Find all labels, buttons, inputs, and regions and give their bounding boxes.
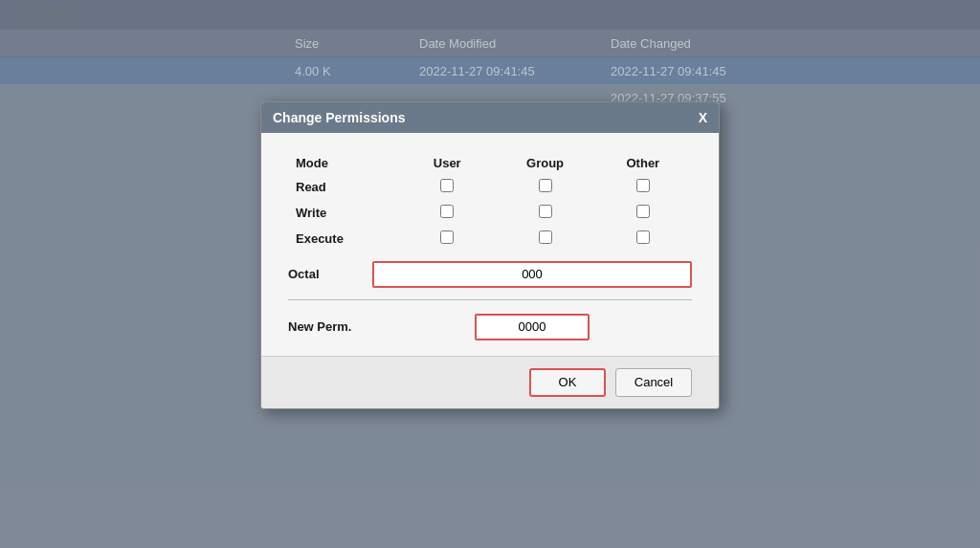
perm-other-execute-checkbox[interactable] [636,230,650,244]
cancel-button[interactable]: Cancel [615,368,692,397]
ok-button[interactable]: OK [529,368,606,397]
perm-other-execute-cell [594,226,692,252]
background: Size Date Modified Date Changed 4.00 K 2… [0,0,980,548]
permissions-table: Mode User Group Other Read [288,152,692,252]
octal-label: Octal [288,267,365,281]
dialog-titlebar: Change Permissions X [261,102,719,133]
perm-label-read: Read [288,174,398,200]
perm-label-write: Write [288,200,398,226]
perm-group-read-cell [496,174,593,200]
new-perm-row: New Perm. [288,310,692,356]
change-permissions-dialog: Change Permissions X Mode User Group Oth… [260,101,720,409]
perm-other-write-checkbox[interactable] [636,205,650,218]
perm-label-execute: Execute [288,226,398,252]
perm-user-execute-cell [398,226,496,252]
perm-user-execute-checkbox[interactable] [440,230,454,244]
perm-row-read: Read [288,174,692,200]
col-header-other: Other [594,152,692,174]
perm-group-read-checkbox[interactable] [539,179,552,192]
dialog-body: Mode User Group Other Read [261,133,719,356]
col-header-mode: Mode [288,152,398,174]
new-perm-label: New Perm. [288,319,365,334]
octal-input[interactable] [372,261,692,288]
perm-group-execute-cell [496,226,593,252]
perm-user-write-cell [398,200,496,226]
col-header-user: User [398,152,496,174]
perm-row-write: Write [288,200,692,226]
perm-row-execute: Execute [288,226,692,252]
col-header-group: Group [496,152,593,174]
perm-user-write-checkbox[interactable] [440,205,454,218]
perm-group-write-cell [496,200,593,226]
octal-row: Octal [288,252,692,294]
dialog-close-button[interactable]: X [699,111,707,124]
perm-other-read-cell [594,174,692,200]
dialog-title: Change Permissions [273,110,406,125]
dialog-overlay: Change Permissions X Mode User Group Oth… [0,0,980,548]
perm-user-read-cell [398,174,496,200]
perm-group-execute-checkbox[interactable] [539,230,552,244]
permissions-grid: Mode User Group Other Read [288,152,692,252]
perm-group-write-checkbox[interactable] [539,205,552,218]
section-divider [288,299,692,300]
new-perm-input[interactable] [475,314,590,340]
perm-user-read-checkbox[interactable] [440,179,454,192]
perm-other-read-checkbox[interactable] [636,179,650,192]
perm-other-write-cell [594,200,692,226]
dialog-footer: OK Cancel [261,356,719,408]
